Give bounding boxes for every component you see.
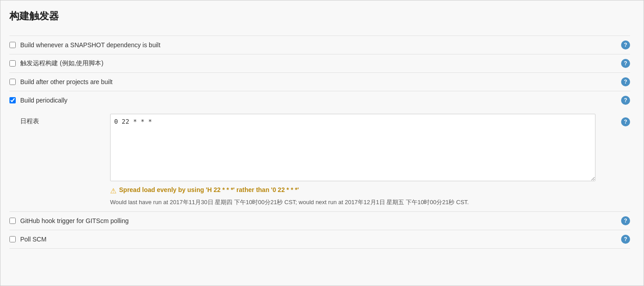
schedule-section: 日程表 0 22 * * * ⚠ Spread load evenly by u… bbox=[9, 109, 630, 211]
trigger-checkbox-wrapper-github-hook: GitHub hook trigger for GITScm polling bbox=[9, 217, 621, 224]
help-icon-remote[interactable]: ? bbox=[621, 59, 630, 68]
help-icon-snapshot[interactable]: ? bbox=[621, 40, 630, 49]
trigger-item-github-hook: GitHub hook trigger for GITScm polling ? bbox=[9, 211, 630, 230]
page-title: 构建触发器 bbox=[9, 9, 630, 27]
trigger-label-periodic[interactable]: Build periodically bbox=[20, 97, 67, 104]
help-icon-periodic[interactable]: ? bbox=[621, 96, 630, 105]
trigger-item-remote: 触发远程构建 (例如,使用脚本) ? bbox=[9, 54, 630, 72]
help-icon-schedule[interactable]: ? bbox=[621, 117, 630, 126]
trigger-checkbox-wrapper-after-other: Build after other projects are built bbox=[9, 78, 621, 85]
help-icon-after-other[interactable]: ? bbox=[621, 77, 630, 86]
trigger-checkbox-wrapper-periodic: Build periodically bbox=[9, 97, 621, 104]
trigger-checkbox-poll-scm[interactable] bbox=[9, 236, 16, 242]
help-icon-github-hook[interactable]: ? bbox=[621, 216, 630, 225]
schedule-label: 日程表 bbox=[20, 114, 110, 207]
trigger-label-remote[interactable]: 触发远程构建 (例如,使用脚本) bbox=[20, 59, 103, 67]
trigger-checkbox-github-hook[interactable] bbox=[9, 218, 16, 224]
trigger-checkbox-wrapper-snapshot: Build whenever a SNAPSHOT dependency is … bbox=[9, 41, 621, 49]
trigger-label-poll-scm[interactable]: Poll SCM bbox=[20, 236, 46, 243]
trigger-label-snapshot[interactable]: Build whenever a SNAPSHOT dependency is … bbox=[20, 41, 160, 49]
schedule-textarea[interactable]: 0 22 * * * bbox=[110, 114, 595, 181]
trigger-item-periodic: Build periodically ? 日程表 0 22 * * * ⚠ Sp… bbox=[9, 91, 630, 211]
schedule-content: 0 22 * * * ⚠ Spread load evenly by using… bbox=[110, 114, 617, 207]
trigger-label-after-other[interactable]: Build after other projects are built bbox=[20, 78, 112, 85]
trigger-checkbox-after-other[interactable] bbox=[9, 79, 16, 85]
trigger-item-poll-scm: Poll SCM ? bbox=[9, 230, 630, 249]
trigger-item-snapshot: Build whenever a SNAPSHOT dependency is … bbox=[9, 36, 630, 54]
trigger-checkbox-remote[interactable] bbox=[9, 60, 16, 67]
warning-text: Spread load evenly by using 'H 22 * * *'… bbox=[119, 186, 299, 193]
trigger-item-after-other: Build after other projects are built ? bbox=[9, 72, 630, 91]
trigger-checkbox-wrapper-poll-scm: Poll SCM bbox=[9, 236, 621, 243]
trigger-checkbox-periodic[interactable] bbox=[9, 97, 16, 103]
page-container: 构建触发器 Build whenever a SNAPSHOT dependen… bbox=[0, 0, 644, 286]
trigger-list: Build whenever a SNAPSHOT dependency is … bbox=[9, 36, 630, 249]
warning-icon: ⚠ bbox=[110, 187, 116, 195]
trigger-checkbox-snapshot[interactable] bbox=[9, 42, 16, 48]
warning-section: ⚠ Spread load evenly by using 'H 22 * * … bbox=[110, 186, 595, 207]
trigger-periodic-header: Build periodically ? bbox=[9, 91, 630, 109]
trigger-checkbox-wrapper-remote: 触发远程构建 (例如,使用脚本) bbox=[9, 59, 621, 67]
warning-message: ⚠ Spread load evenly by using 'H 22 * * … bbox=[110, 186, 595, 195]
help-icon-poll-scm[interactable]: ? bbox=[621, 235, 630, 244]
run-info: Would last have run at 2017年11月30日 星期四 下… bbox=[110, 198, 595, 207]
trigger-label-github-hook[interactable]: GitHub hook trigger for GITScm polling bbox=[20, 217, 129, 224]
